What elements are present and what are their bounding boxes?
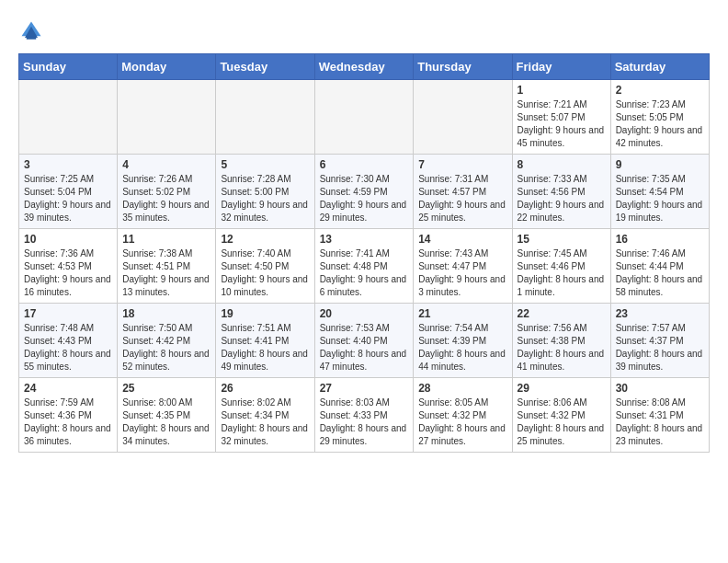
calendar-week-row: 10Sunrise: 7:36 AMSunset: 4:53 PMDayligh… — [19, 229, 710, 304]
calendar-table: SundayMondayTuesdayWednesdayThursdayFrid… — [18, 53, 710, 453]
calendar-cell — [314, 80, 414, 155]
calendar-cell: 1Sunrise: 7:21 AMSunset: 5:07 PMDaylight… — [512, 80, 610, 155]
day-number: 11 — [122, 233, 210, 246]
calendar-week-row: 17Sunrise: 7:48 AMSunset: 4:43 PMDayligh… — [19, 304, 710, 378]
calendar-cell: 11Sunrise: 7:38 AMSunset: 4:51 PMDayligh… — [118, 229, 216, 304]
day-number: 15 — [518, 233, 606, 246]
day-number: 13 — [320, 233, 409, 246]
day-info: Sunrise: 7:56 AMSunset: 4:38 PMDaylight:… — [518, 322, 606, 373]
calendar-cell: 22Sunrise: 7:56 AMSunset: 4:38 PMDayligh… — [512, 304, 610, 378]
header — [18, 18, 710, 44]
calendar-cell: 14Sunrise: 7:43 AMSunset: 4:47 PMDayligh… — [414, 229, 512, 304]
day-info: Sunrise: 7:33 AMSunset: 4:56 PMDaylight:… — [518, 173, 606, 224]
day-number: 8 — [518, 158, 606, 171]
calendar-cell: 19Sunrise: 7:51 AMSunset: 4:41 PMDayligh… — [216, 304, 314, 378]
weekday-header: Friday — [512, 54, 610, 80]
day-number: 3 — [24, 158, 112, 171]
day-info: Sunrise: 7:23 AMSunset: 5:05 PMDaylight:… — [616, 98, 704, 150]
svg-rect-2 — [27, 36, 37, 40]
day-number: 17 — [24, 307, 112, 320]
day-number: 19 — [221, 307, 309, 320]
day-info: Sunrise: 8:05 AMSunset: 4:32 PMDaylight:… — [418, 396, 506, 448]
day-number: 14 — [418, 233, 506, 246]
calendar-cell: 7Sunrise: 7:31 AMSunset: 4:57 PMDaylight… — [414, 155, 512, 229]
calendar-cell: 23Sunrise: 7:57 AMSunset: 4:37 PMDayligh… — [610, 304, 709, 378]
day-info: Sunrise: 7:31 AMSunset: 4:57 PMDaylight:… — [418, 173, 506, 224]
day-number: 21 — [418, 307, 506, 320]
day-number: 10 — [24, 233, 112, 246]
day-info: Sunrise: 8:08 AMSunset: 4:31 PMDaylight:… — [616, 396, 704, 448]
calendar-cell: 13Sunrise: 7:41 AMSunset: 4:48 PMDayligh… — [314, 229, 414, 304]
day-number: 12 — [221, 233, 309, 246]
calendar-cell: 6Sunrise: 7:30 AMSunset: 4:59 PMDaylight… — [314, 155, 414, 229]
day-info: Sunrise: 7:40 AMSunset: 4:50 PMDaylight:… — [221, 247, 309, 299]
calendar-week-row: 1Sunrise: 7:21 AMSunset: 5:07 PMDaylight… — [19, 80, 710, 155]
calendar-cell: 10Sunrise: 7:36 AMSunset: 4:53 PMDayligh… — [19, 229, 118, 304]
calendar-cell: 2Sunrise: 7:23 AMSunset: 5:05 PMDaylight… — [610, 80, 709, 155]
day-info: Sunrise: 8:03 AMSunset: 4:33 PMDaylight:… — [320, 396, 409, 448]
day-info: Sunrise: 7:53 AMSunset: 4:40 PMDaylight:… — [320, 322, 409, 373]
day-info: Sunrise: 7:45 AMSunset: 4:46 PMDaylight:… — [518, 247, 606, 299]
weekday-header: Monday — [118, 54, 216, 80]
calendar-cell: 28Sunrise: 8:05 AMSunset: 4:32 PMDayligh… — [414, 378, 512, 453]
calendar-cell: 17Sunrise: 7:48 AMSunset: 4:43 PMDayligh… — [19, 304, 118, 378]
calendar-cell: 20Sunrise: 7:53 AMSunset: 4:40 PMDayligh… — [314, 304, 414, 378]
calendar-cell: 18Sunrise: 7:50 AMSunset: 4:42 PMDayligh… — [118, 304, 216, 378]
day-number: 6 — [320, 158, 409, 171]
day-number: 26 — [221, 382, 309, 395]
day-info: Sunrise: 8:00 AMSunset: 4:35 PMDaylight:… — [122, 396, 210, 448]
day-number: 30 — [616, 382, 704, 395]
weekday-header: Wednesday — [314, 54, 414, 80]
logo — [18, 18, 48, 44]
day-info: Sunrise: 7:35 AMSunset: 4:54 PMDaylight:… — [616, 173, 704, 224]
calendar-cell: 30Sunrise: 8:08 AMSunset: 4:31 PMDayligh… — [610, 378, 709, 453]
day-number: 2 — [616, 84, 704, 97]
day-number: 9 — [616, 158, 704, 171]
weekday-header: Saturday — [610, 54, 709, 80]
calendar-cell: 15Sunrise: 7:45 AMSunset: 4:46 PMDayligh… — [512, 229, 610, 304]
day-info: Sunrise: 7:38 AMSunset: 4:51 PMDaylight:… — [122, 247, 210, 299]
calendar-cell — [216, 80, 314, 155]
day-info: Sunrise: 7:28 AMSunset: 5:00 PMDaylight:… — [221, 173, 309, 224]
day-info: Sunrise: 7:57 AMSunset: 4:37 PMDaylight:… — [616, 322, 704, 373]
day-info: Sunrise: 7:51 AMSunset: 4:41 PMDaylight:… — [221, 322, 309, 373]
day-info: Sunrise: 8:06 AMSunset: 4:32 PMDaylight:… — [518, 396, 606, 448]
calendar-cell: 29Sunrise: 8:06 AMSunset: 4:32 PMDayligh… — [512, 378, 610, 453]
day-info: Sunrise: 7:59 AMSunset: 4:36 PMDaylight:… — [24, 396, 112, 448]
day-number: 16 — [616, 233, 704, 246]
calendar-cell: 12Sunrise: 7:40 AMSunset: 4:50 PMDayligh… — [216, 229, 314, 304]
day-info: Sunrise: 7:41 AMSunset: 4:48 PMDaylight:… — [320, 247, 409, 299]
day-info: Sunrise: 8:02 AMSunset: 4:34 PMDaylight:… — [221, 396, 309, 448]
calendar-cell — [19, 80, 118, 155]
day-number: 4 — [122, 158, 210, 171]
day-info: Sunrise: 7:25 AMSunset: 5:04 PMDaylight:… — [24, 173, 112, 224]
day-number: 20 — [320, 307, 409, 320]
day-number: 1 — [518, 84, 606, 97]
calendar-cell: 26Sunrise: 8:02 AMSunset: 4:34 PMDayligh… — [216, 378, 314, 453]
calendar-cell: 24Sunrise: 7:59 AMSunset: 4:36 PMDayligh… — [19, 378, 118, 453]
day-number: 29 — [518, 382, 606, 395]
day-number: 7 — [418, 158, 506, 171]
day-number: 24 — [24, 382, 112, 395]
day-info: Sunrise: 7:54 AMSunset: 4:39 PMDaylight:… — [418, 322, 506, 373]
weekday-header: Tuesday — [216, 54, 314, 80]
calendar-cell: 4Sunrise: 7:26 AMSunset: 5:02 PMDaylight… — [118, 155, 216, 229]
calendar-cell: 27Sunrise: 8:03 AMSunset: 4:33 PMDayligh… — [314, 378, 414, 453]
weekday-header: Thursday — [414, 54, 512, 80]
day-info: Sunrise: 7:50 AMSunset: 4:42 PMDaylight:… — [122, 322, 210, 373]
calendar-cell — [414, 80, 512, 155]
day-info: Sunrise: 7:21 AMSunset: 5:07 PMDaylight:… — [518, 98, 606, 150]
day-info: Sunrise: 7:46 AMSunset: 4:44 PMDaylight:… — [616, 247, 704, 299]
calendar-cell: 16Sunrise: 7:46 AMSunset: 4:44 PMDayligh… — [610, 229, 709, 304]
logo-icon — [18, 18, 44, 44]
calendar-cell: 21Sunrise: 7:54 AMSunset: 4:39 PMDayligh… — [414, 304, 512, 378]
page: SundayMondayTuesdayWednesdayThursdayFrid… — [0, 0, 728, 462]
day-number: 28 — [418, 382, 506, 395]
calendar-cell: 3Sunrise: 7:25 AMSunset: 5:04 PMDaylight… — [19, 155, 118, 229]
weekday-header: Sunday — [19, 54, 118, 80]
calendar-cell: 8Sunrise: 7:33 AMSunset: 4:56 PMDaylight… — [512, 155, 610, 229]
calendar-week-row: 24Sunrise: 7:59 AMSunset: 4:36 PMDayligh… — [19, 378, 710, 453]
day-info: Sunrise: 7:26 AMSunset: 5:02 PMDaylight:… — [122, 173, 210, 224]
day-info: Sunrise: 7:30 AMSunset: 4:59 PMDaylight:… — [320, 173, 409, 224]
day-number: 25 — [122, 382, 210, 395]
